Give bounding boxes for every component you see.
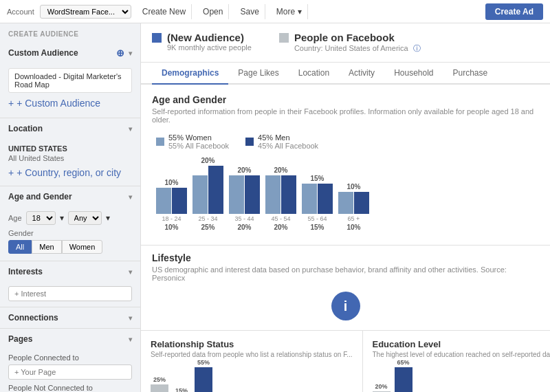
- tab-purchase[interactable]: Purchase: [443, 63, 498, 85]
- women-bar-55-64: [302, 184, 317, 214]
- audience-monthly: 9K monthly active people: [167, 43, 252, 52]
- rel-bar-2: 15%: [173, 387, 190, 392]
- facebook-audience-name: People on Facebook: [294, 32, 421, 43]
- edu-bar-1: 20%: [373, 383, 390, 392]
- lifestyle-title: Lifestyle: [152, 252, 539, 263]
- all-united-states: All United States: [8, 154, 132, 162]
- demographics-section: Age and Gender Self-reported information…: [141, 85, 550, 245]
- men-bar-18-24: [172, 188, 187, 214]
- bottom-label-55-64: 15%: [310, 224, 324, 231]
- bar-group-35-44: 20% 35 - 44 20%: [229, 166, 260, 231]
- interests-label: Interests: [8, 267, 43, 276]
- gender-men-btn[interactable]: Men: [32, 240, 61, 254]
- lifestyle-desc: US demographic and interest data based o…: [152, 265, 539, 282]
- women-bar-45-54: [265, 175, 280, 214]
- interest-input[interactable]: [8, 286, 132, 301]
- connections-label: Connections: [8, 313, 58, 323]
- audience-header: (New Audience) 9K monthly active people …: [141, 23, 550, 63]
- add-custom-audience-btn[interactable]: + + Custom Audience: [8, 96, 132, 111]
- range-label-18-24: 18 - 24: [162, 215, 181, 222]
- age-separator: ▾: [60, 213, 64, 223]
- top-label-45-54: 20%: [274, 166, 287, 174]
- sidebar-title: CREATE AUDIENCE: [0, 23, 140, 42]
- connections-chevron: ▾: [129, 314, 132, 322]
- tab-household[interactable]: Household: [384, 63, 443, 85]
- bottom-cards: Relationship Status Self-reported data f…: [141, 330, 550, 392]
- range-label-45-54: 45 - 54: [271, 215, 290, 222]
- sidebar: CREATE AUDIENCE Custom Audience ⊕ ▾ Down…: [0, 23, 141, 392]
- tab-location[interactable]: Location: [289, 63, 339, 85]
- gender-women-btn[interactable]: Women: [62, 240, 103, 254]
- bottom-label-45-54: 20%: [274, 224, 287, 231]
- top-label-35-44: 20%: [237, 166, 251, 174]
- page-connected-input[interactable]: [8, 364, 132, 380]
- pages-header[interactable]: Pages ▾: [0, 329, 140, 349]
- lifestyle-info-icon[interactable]: i: [331, 292, 360, 320]
- interests-section: Interests ▾: [0, 261, 140, 307]
- open-button[interactable]: Open: [197, 4, 229, 19]
- relationship-status-card: Relationship Status Self-reported data f…: [141, 331, 363, 392]
- united-states-label: UNITED STATES: [8, 144, 132, 153]
- custom-audience-icon[interactable]: ⊕: [116, 47, 124, 58]
- women-bar-18-24: [156, 188, 171, 214]
- tab-demographics[interactable]: Demographics: [152, 63, 228, 85]
- age-gender-chart: 10% 18 - 24 10% 20% 25 - 34: [152, 157, 539, 231]
- men-legend: 45% Men 45% All Facebook: [245, 133, 318, 150]
- edu-label-1: 20%: [375, 383, 387, 390]
- education-level-card: Education Level The highest level of edu…: [363, 331, 551, 392]
- bar-group-25-34: 20% 25 - 34 25%: [192, 157, 223, 231]
- interests-header[interactable]: Interests ▾: [0, 261, 140, 282]
- tab-activity[interactable]: Activity: [339, 63, 384, 85]
- info-icon-small: ⓘ: [413, 44, 421, 52]
- location-header[interactable]: Location ▾: [0, 118, 140, 139]
- bar-group-55-64: 15% 55 - 64 15%: [302, 175, 333, 231]
- range-label-25-34: 25 - 34: [198, 215, 217, 222]
- bottom-label-25-34: 25%: [201, 224, 214, 231]
- audience-name: (New Audience): [167, 32, 252, 43]
- account-select[interactable]: WordStream Face...: [40, 5, 131, 19]
- custom-audience-label: Custom Audience: [8, 48, 78, 58]
- create-new-button[interactable]: Create New: [137, 4, 192, 19]
- pages-chevron: ▾: [129, 336, 132, 343]
- women-bar-35-44: [229, 175, 244, 214]
- save-button[interactable]: Save: [234, 4, 265, 19]
- gender-label: Gender: [8, 229, 132, 237]
- pages-section: Pages ▾ People Connected to People Not C…: [0, 329, 140, 392]
- education-title: Education Level: [373, 339, 551, 349]
- women-bar-25-34: [192, 175, 208, 214]
- relationship-chart: 25% 15% 55%: [151, 364, 353, 392]
- age-to-select[interactable]: Any: [68, 211, 102, 225]
- custom-audience-header[interactable]: Custom Audience ⊕ ▾: [0, 42, 140, 64]
- age-gender-header[interactable]: Age and Gender ▾: [0, 186, 140, 207]
- custom-audience-item: Downloaded - Digital Marketer's Road Map: [8, 68, 132, 93]
- age-gender-title: Age and Gender: [152, 94, 539, 105]
- add-location-btn[interactable]: + + Country, region, or city: [8, 165, 132, 180]
- top-label-25-34: 20%: [201, 157, 214, 164]
- age-from-select[interactable]: 18: [26, 211, 56, 225]
- bar-group-45-54: 20% 45 - 54 20%: [265, 166, 296, 231]
- rel-label-1: 25%: [153, 376, 166, 383]
- custom-audience-body: Downloaded - Digital Marketer's Road Map…: [0, 64, 140, 118]
- account-label: Account: [7, 8, 34, 16]
- create-ad-button[interactable]: Create Ad: [485, 3, 543, 20]
- gender-all-btn[interactable]: All: [8, 240, 32, 254]
- bottom-label-35-44: 20%: [237, 224, 251, 231]
- content-area: (New Audience) 9K monthly active people …: [141, 23, 550, 392]
- gender-buttons: All Men Women: [8, 240, 132, 254]
- edu-label-2: 65%: [397, 359, 409, 366]
- edu-bar-body-2: [395, 367, 412, 392]
- connections-header[interactable]: Connections ▾: [0, 307, 140, 328]
- bars-35-44: [229, 175, 260, 214]
- chart-legend: 55% Women 55% All Facebook 45% Men 45% A…: [152, 133, 539, 150]
- more-button[interactable]: More ▾: [271, 4, 308, 19]
- location-body: UNITED STATES All United States + + Coun…: [0, 139, 140, 186]
- custom-audience-section: Custom Audience ⊕ ▾ Downloaded - Digital…: [0, 42, 140, 118]
- pages-body: People Connected to People Not Connected…: [0, 349, 140, 392]
- people-not-connected-label: People Not Connected to: [8, 384, 132, 392]
- tab-page-likes[interactable]: Page Likes: [228, 63, 288, 85]
- relationship-title: Relationship Status: [151, 339, 353, 349]
- add-location-icon: +: [8, 167, 14, 178]
- rel-bar-body-1: [151, 384, 168, 392]
- rel-label-2: 15%: [175, 387, 188, 392]
- top-label-18-24: 10%: [164, 179, 178, 186]
